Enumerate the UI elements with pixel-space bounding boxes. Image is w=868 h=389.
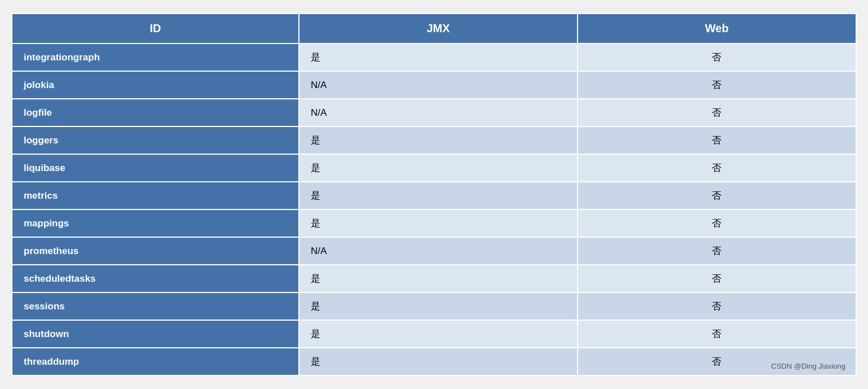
cell-web: 否 (578, 292, 856, 320)
cell-web: 否 (578, 209, 856, 237)
cell-id: threaddump (12, 348, 299, 375)
cell-web: 否 (578, 126, 856, 154)
cell-jmx: N/A (299, 99, 578, 126)
cell-jmx: 是 (299, 182, 578, 209)
table-row: mappings是否 (12, 209, 856, 237)
table-row: shutdown是否 (12, 320, 856, 348)
table-row: scheduledtasks是否 (12, 265, 856, 292)
cell-jmx: 是 (299, 292, 578, 320)
cell-web: 否 (578, 182, 856, 209)
cell-jmx: 是 (299, 348, 578, 375)
header-row: ID JMX Web (12, 14, 856, 43)
table-row: threaddump是否 (12, 348, 856, 375)
cell-jmx: 是 (299, 154, 578, 182)
table-row: jolokiaN/A否 (12, 71, 856, 99)
cell-id: prometheus (12, 237, 299, 265)
cell-id: liquibase (12, 154, 299, 182)
table-row: sessions是否 (12, 292, 856, 320)
table-row: loggers是否 (12, 126, 856, 154)
table-row: prometheusN/A否 (12, 237, 856, 265)
cell-id: scheduledtasks (12, 265, 299, 292)
cell-jmx: 是 (299, 265, 578, 292)
cell-web: 否 (578, 265, 856, 292)
cell-web: 否 (578, 320, 856, 348)
cell-web: 否 (578, 71, 856, 99)
header-id: ID (12, 14, 299, 43)
cell-jmx: 是 (299, 209, 578, 237)
header-web: Web (578, 14, 856, 43)
table-row: metrics是否 (12, 182, 856, 209)
main-table: ID JMX Web integrationgraph是否jolokiaN/A否… (11, 13, 857, 376)
cell-web: 否 (578, 154, 856, 182)
cell-jmx: 是 (299, 126, 578, 154)
cell-id: mappings (12, 209, 299, 237)
cell-id: metrics (12, 182, 299, 209)
cell-id: integrationgraph (12, 43, 299, 71)
cell-web: 否 (578, 237, 856, 265)
cell-id: sessions (12, 292, 299, 320)
cell-id: shutdown (12, 320, 299, 348)
cell-web: 否 (578, 99, 856, 126)
cell-jmx: 是 (299, 43, 578, 71)
table-wrapper: ID JMX Web integrationgraph是否jolokiaN/A否… (11, 13, 857, 376)
cell-web: 否 (578, 43, 856, 71)
cell-jmx: 是 (299, 320, 578, 348)
cell-id: logfile (12, 99, 299, 126)
cell-jmx: N/A (299, 71, 578, 99)
table-row: integrationgraph是否 (12, 43, 856, 71)
header-jmx: JMX (299, 14, 578, 43)
cell-id: jolokia (12, 71, 299, 99)
cell-jmx: N/A (299, 237, 578, 265)
table-container: ID JMX Web integrationgraph是否jolokiaN/A否… (11, 13, 857, 376)
cell-id: loggers (12, 126, 299, 154)
table-row: liquibase是否 (12, 154, 856, 182)
table-row: logfileN/A否 (12, 99, 856, 126)
watermark: CSDN @Ding Jiaxiong (771, 362, 845, 370)
